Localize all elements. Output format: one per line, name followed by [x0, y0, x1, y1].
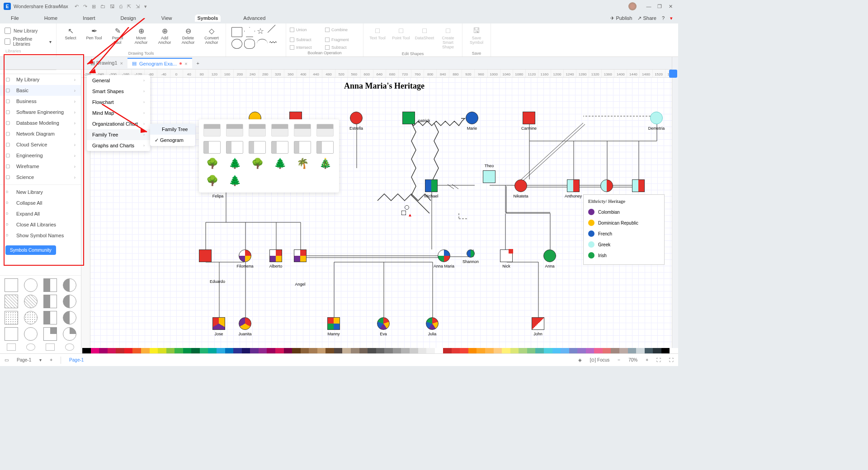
family-tree-shape[interactable]: 🌲: [226, 175, 243, 188]
shape-thumb[interactable]: [24, 278, 38, 292]
action-show-symbol-names[interactable]: ○Show Symbol Names: [0, 230, 81, 241]
user-avatar[interactable]: [628, 2, 637, 10]
symbols-community-button[interactable]: Symbols Community: [5, 245, 56, 255]
color-swatch[interactable]: [99, 348, 108, 353]
action-collapse-all[interactable]: ○Collapse All: [0, 197, 81, 208]
action-close-all-libraries[interactable]: ○Close All Libraries: [0, 219, 81, 230]
submenu-general[interactable]: General›: [87, 75, 150, 86]
category-basic[interactable]: ▢Basic›: [0, 85, 81, 96]
node-jose[interactable]: Jose: [212, 317, 225, 330]
color-swatch[interactable]: [426, 348, 435, 353]
node-juanita[interactable]: Juanita: [239, 317, 251, 330]
color-swatch[interactable]: [217, 348, 225, 353]
color-swatch[interactable]: [527, 348, 536, 353]
shape-thumb[interactable]: [43, 311, 57, 324]
color-swatch[interactable]: [233, 348, 242, 353]
color-swatch[interactable]: [476, 348, 485, 353]
shape-thumb[interactable]: [5, 327, 18, 341]
tab-genogram exa...[interactable]: ▤ Genogram Exa... ×: [127, 58, 192, 68]
node-nikateta[interactable]: Nikateta: [514, 179, 527, 192]
menu-home[interactable]: Home: [42, 14, 60, 22]
shape-thumb[interactable]: [24, 327, 38, 341]
color-swatch[interactable]: [561, 348, 569, 353]
color-swatch[interactable]: [250, 348, 259, 353]
color-swatch[interactable]: [628, 348, 637, 353]
color-swatch[interactable]: [636, 348, 645, 353]
category-cloud-service[interactable]: ▢Cloud Service›: [0, 139, 81, 150]
action-expand-all[interactable]: ○Expand All: [0, 208, 81, 219]
family-tree-shape[interactable]: [226, 124, 243, 136]
color-swatch[interactable]: [141, 348, 150, 353]
color-swatch[interactable]: [653, 348, 661, 353]
color-swatch[interactable]: [519, 348, 527, 353]
family-tree-shape[interactable]: [294, 124, 311, 136]
family-tree-shape[interactable]: [203, 124, 221, 136]
shape-thumb[interactable]: [5, 311, 18, 324]
new-icon[interactable]: ⊞: [92, 4, 96, 9]
layers-icon[interactable]: ◈: [578, 357, 582, 362]
shape-thumb[interactable]: [43, 327, 57, 341]
shape-thumb[interactable]: [43, 295, 57, 308]
family-tree-shape[interactable]: [226, 141, 243, 154]
color-swatch[interactable]: [603, 348, 611, 353]
op-union[interactable]: Union: [290, 25, 324, 34]
page-link[interactable]: Page-1: [69, 357, 84, 362]
color-swatch[interactable]: [502, 348, 510, 353]
tab-drawing1[interactable]: ▤ Drawing1 ×: [86, 58, 127, 68]
color-swatch[interactable]: [326, 348, 334, 353]
category-my-library[interactable]: ▢My Library›: [0, 74, 81, 85]
menu-insert[interactable]: Insert: [80, 14, 98, 22]
submenu2-family-tree[interactable]: Family Tree: [150, 124, 195, 135]
print-icon[interactable]: ⎙: [119, 4, 123, 9]
color-swatch[interactable]: [124, 348, 133, 353]
family-tree-shape[interactable]: 🌲: [226, 158, 243, 171]
color-swatch[interactable]: [670, 348, 678, 353]
family-tree-shape[interactable]: 🌲: [271, 158, 288, 171]
color-swatch[interactable]: [494, 348, 502, 353]
color-swatch[interactable]: [594, 348, 603, 353]
family-tree-shape[interactable]: [249, 124, 266, 136]
tool-convert-anchor[interactable]: ◇Convert Anchor: [201, 25, 222, 46]
add-tab-button[interactable]: +: [192, 61, 204, 66]
right-panel-toggle[interactable]: [669, 70, 677, 78]
shape-thumb[interactable]: [46, 343, 55, 351]
color-swatch[interactable]: [132, 348, 141, 353]
node-eva[interactable]: Eva: [377, 317, 390, 330]
tool-add-anchor[interactable]: ⊕Add Anchor: [154, 25, 175, 46]
op-subtract[interactable]: Subtract: [290, 35, 324, 44]
color-swatch[interactable]: [208, 348, 217, 353]
node-joseph[interactable]: Joseph: [632, 179, 645, 192]
node-shannon[interactable]: Shannon: [467, 249, 475, 258]
color-swatch[interactable]: [552, 348, 561, 353]
node-marie[interactable]: Marie: [466, 112, 478, 124]
zoom-in-button[interactable]: +: [646, 357, 648, 362]
color-swatch[interactable]: [619, 348, 628, 353]
tool-text-tool[interactable]: □Text Tool: [367, 25, 388, 42]
tool-delete-anchor[interactable]: ⊖Delete Anchor: [178, 25, 198, 46]
menu-file[interactable]: File: [8, 14, 22, 22]
redo-icon[interactable]: ↷: [83, 4, 87, 9]
color-swatch[interactable]: [116, 348, 124, 353]
color-swatch[interactable]: [443, 348, 452, 353]
color-swatch[interactable]: [569, 348, 578, 353]
shape-thumb[interactable]: [5, 278, 18, 292]
node-alberto[interactable]: Alberto: [269, 249, 282, 262]
more-icon[interactable]: ▾: [144, 4, 147, 9]
color-swatch[interactable]: [586, 348, 594, 353]
color-swatch[interactable]: [351, 348, 359, 353]
tool-move-anchor[interactable]: ⊕Move Anchor: [131, 25, 151, 46]
color-swatch[interactable]: [410, 348, 418, 353]
family-tree-submenu[interactable]: Family Tree✓ Genogram: [150, 124, 195, 146]
color-swatch[interactable]: [292, 348, 301, 353]
predefine-libraries-button[interactable]: Predefine Libraries▾: [2, 36, 54, 47]
color-swatch[interactable]: [191, 348, 200, 353]
tool-create-smart-shape[interactable]: □Create Smart Shape: [438, 25, 458, 51]
window-close[interactable]: ✕: [666, 4, 675, 9]
page-name[interactable]: Page-1: [17, 357, 31, 362]
category-network-diagram[interactable]: ▢Network Diagram›: [0, 128, 81, 139]
node-theo[interactable]: Theo: [483, 170, 495, 183]
node-unnamed[interactable]: [402, 112, 415, 124]
shape-thumb[interactable]: [63, 295, 76, 308]
submenu-family-tree[interactable]: Family Tree›: [87, 129, 150, 140]
node-john[interactable]: John: [532, 317, 544, 330]
